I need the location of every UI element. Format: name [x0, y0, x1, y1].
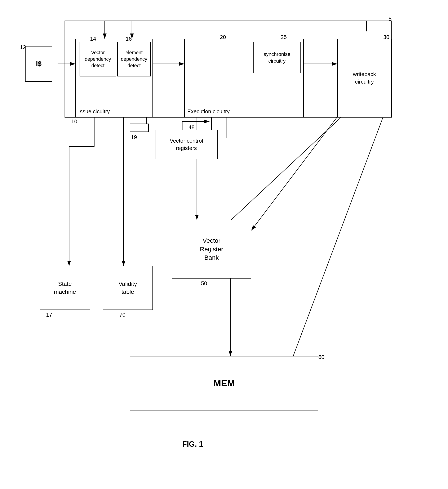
writeback-label: writebackcircuitry [353, 71, 376, 85]
element-dep-label: elementdependencydetect [121, 49, 147, 69]
ref-16: 16 [126, 36, 132, 42]
ref-19: 19 [131, 134, 137, 140]
small-box-19 [130, 123, 149, 132]
vector-dep-label: Vectordependencydetect [85, 49, 111, 69]
mem-label: MEM [213, 377, 235, 389]
ref-50: 50 [201, 280, 207, 287]
ref-5: 5 [389, 16, 391, 22]
validity-table-box: Validitytable [103, 266, 153, 310]
ref-17: 17 [46, 312, 52, 318]
execution-circuitry-label: Execution cicuitry [187, 108, 229, 115]
ref-30: 30 [383, 34, 389, 41]
ref-60: 60 [318, 354, 325, 360]
synchronise-box: synchronisecircuitry [253, 42, 301, 73]
vector-register-box: VectorRegisterBank [172, 220, 251, 278]
ref-70: 70 [119, 312, 125, 318]
ref-25: 25 [281, 34, 287, 41]
svg-line-22 [293, 94, 392, 356]
ref-10: 10 [71, 118, 77, 125]
ref-14: 14 [90, 36, 96, 42]
writeback-box: writebackcircuitry [337, 39, 392, 117]
vector-control-box: Vector controlregisters [155, 130, 218, 159]
issue-circuitry-label: Issue cicuitry [78, 108, 110, 115]
validity-table-label: Validitytable [119, 280, 137, 296]
is-cache-label: I$ [36, 59, 42, 68]
mem-box: MEM [130, 356, 318, 410]
vector-register-label: VectorRegisterBank [200, 236, 223, 262]
is-cache-box: I$ [25, 46, 52, 82]
ref-48: 48 [188, 124, 195, 131]
element-dep-box: elementdependencydetect [117, 42, 151, 76]
figure-label: FIG. 1 [182, 440, 203, 448]
synchronise-label: synchronisecircuitry [263, 51, 290, 65]
ref-12: 12 [20, 44, 26, 50]
diagram: I$ 12 Issue cicuitry 10 Vectordependency… [0, 0, 448, 489]
ref-20: 20 [220, 34, 226, 41]
vector-dep-box: Vectordependencydetect [80, 42, 116, 76]
state-machine-box: Statemachine [40, 266, 90, 310]
state-machine-label: Statemachine [54, 280, 76, 296]
vector-control-label: Vector controlregisters [170, 137, 203, 152]
